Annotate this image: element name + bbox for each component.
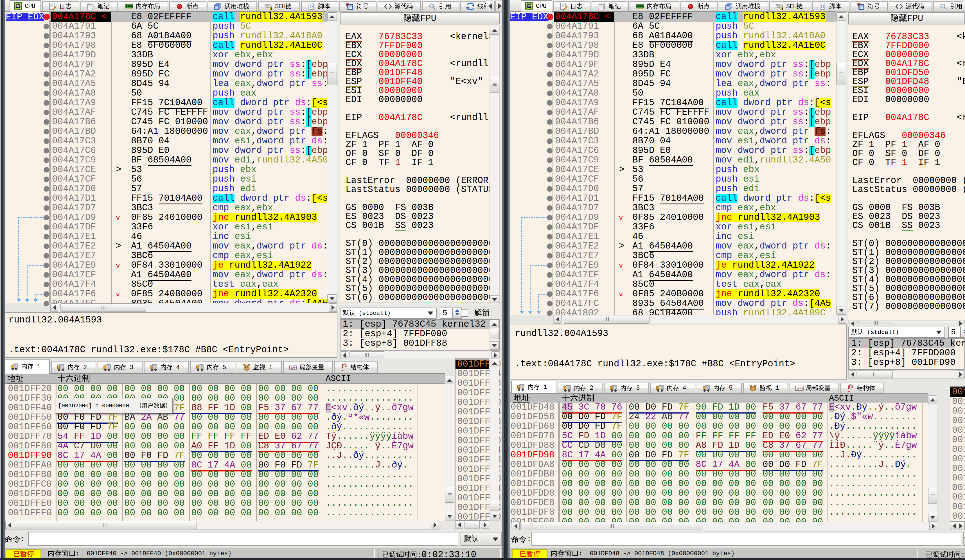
svg-text:⟨⟩: ⟨⟩ [309,5,313,8]
svg-text:[x=]: [x=] [289,366,297,370]
svg-text:[x=]: [x=] [795,386,804,390]
svg-text:32: 32 [527,5,531,8]
svg-text:32: 32 [16,5,20,8]
svg-text:⟨⟩: ⟨⟩ [821,5,824,8]
